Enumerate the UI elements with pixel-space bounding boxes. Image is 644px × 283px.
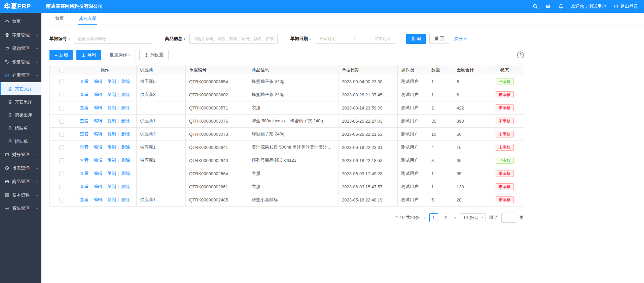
action-view-link[interactable]: 查看	[80, 145, 88, 150]
action-copy-link[interactable]: 复制	[107, 92, 116, 97]
sidebar-item-label: 销售管理	[12, 59, 30, 65]
row-checkbox[interactable]	[59, 93, 64, 97]
action-copy-link[interactable]: 复制	[107, 145, 116, 150]
sidebar-item-basic[interactable]: 基本资料	[0, 188, 41, 202]
cell-qty: 1	[428, 88, 453, 101]
row-checkbox[interactable]	[59, 171, 64, 176]
batch-actions-button[interactable]: 批量操作	[105, 50, 136, 60]
tab-other-inbound[interactable]: 其它入库	[78, 13, 97, 25]
table-row: 查看编辑复制删除供应商3QTRK00000003602蜂蜜柚子茶 240g202…	[50, 88, 524, 101]
row-checkbox[interactable]	[59, 185, 64, 189]
action-view-link[interactable]: 查看	[80, 92, 88, 97]
sidebar-item-sales[interactable]: 销售管理	[0, 55, 41, 69]
action-copy-link[interactable]: 复制	[107, 79, 116, 84]
action-view-link[interactable]: 查看	[80, 158, 88, 163]
export-button[interactable]: 导出	[76, 50, 101, 60]
row-checkbox[interactable]	[59, 198, 64, 202]
reset-button[interactable]: 重 置	[429, 34, 450, 44]
action-delete-link[interactable]: 删除	[121, 145, 130, 150]
date-range-picker[interactable]: 开始时间 ~ 结束时间	[315, 34, 395, 44]
row-checkbox[interactable]	[59, 106, 64, 111]
action-copy-link[interactable]: 复制	[107, 197, 116, 202]
action-view-link[interactable]: 查看	[80, 184, 88, 189]
action-edit-link[interactable]: 编辑	[94, 145, 102, 150]
action-copy-link[interactable]: 复制	[107, 184, 116, 189]
sidebar-item-retail[interactable]: 零售管理	[0, 28, 41, 42]
sidebar-subitem-assemble[interactable]: 组装单	[0, 122, 41, 135]
row-actions-cell: 查看编辑复制删除	[73, 115, 137, 128]
add-button[interactable]: + 新增	[49, 50, 73, 60]
logout-button[interactable]: 退出登录	[613, 3, 638, 9]
sidebar-item-label: 系统管理	[12, 206, 30, 212]
sidebar-item-purchase[interactable]: 采购管理	[0, 42, 41, 55]
row-checkbox[interactable]	[59, 119, 64, 124]
page-button-1[interactable]: 1	[429, 213, 438, 222]
welcome-user-text[interactable]: 欢迎您，测试用户	[571, 3, 606, 9]
action-copy-link[interactable]: 复制	[107, 171, 116, 176]
sidebar-subitem-allocate-out[interactable]: 调拨出库	[0, 108, 41, 122]
action-edit-link[interactable]: 编辑	[94, 105, 102, 110]
action-edit-link[interactable]: 编辑	[94, 197, 102, 202]
sidebar-subitem-other-in[interactable]: 其它入库	[0, 82, 41, 95]
page-size-select[interactable]: 10 条/页	[460, 213, 486, 222]
sidebar-subitem-other-out[interactable]: 其它出库	[0, 95, 41, 108]
action-edit-link[interactable]: 编辑	[94, 171, 102, 176]
action-delete-link[interactable]: 删除	[121, 105, 130, 110]
row-checkbox-cell	[50, 115, 73, 128]
action-edit-link[interactable]: 编辑	[94, 79, 102, 84]
retail-icon	[5, 33, 9, 37]
page-button-2[interactable]: 2	[441, 213, 450, 222]
action-delete-link[interactable]: 删除	[121, 131, 130, 136]
action-edit-link[interactable]: 编辑	[94, 92, 102, 97]
action-edit-link[interactable]: 编辑	[94, 118, 102, 123]
action-view-link[interactable]: 查看	[80, 131, 88, 136]
action-delete-link[interactable]: 删除	[121, 184, 130, 189]
column-settings-button[interactable]: 列设置	[139, 50, 169, 60]
prev-page-button[interactable]: ‹	[423, 215, 426, 220]
cell-info: 衣服	[248, 101, 338, 115]
jump-page-input[interactable]	[501, 213, 516, 223]
action-copy-link[interactable]: 复制	[107, 105, 116, 110]
action-copy-link[interactable]: 复制	[107, 131, 116, 136]
search-icon[interactable]	[533, 4, 538, 9]
expand-filters-link[interactable]: 展开	[454, 36, 466, 42]
action-edit-link[interactable]: 编辑	[94, 158, 102, 163]
sidebar-item-goods[interactable]: 商品管理	[0, 175, 41, 188]
next-page-button[interactable]: ›	[454, 215, 457, 220]
row-checkbox[interactable]	[59, 132, 64, 137]
row-checkbox[interactable]	[59, 158, 64, 163]
action-view-link[interactable]: 查看	[80, 171, 88, 176]
action-copy-link[interactable]: 复制	[107, 118, 116, 123]
search-button[interactable]: 查 询	[406, 34, 426, 44]
sidebar-subitem-disassemble[interactable]: 拆卸单	[0, 135, 41, 148]
row-checkbox[interactable]	[59, 80, 64, 84]
action-copy-link[interactable]: 复制	[107, 158, 116, 163]
action-view-link[interactable]: 查看	[80, 79, 88, 84]
action-view-link[interactable]: 查看	[80, 105, 88, 110]
row-checkbox[interactable]	[59, 145, 64, 150]
action-view-link[interactable]: 查看	[80, 118, 88, 123]
action-delete-link[interactable]: 删除	[121, 118, 130, 123]
sidebar-item-system[interactable]: 系统管理	[0, 202, 41, 215]
tab-home[interactable]: 首页	[54, 13, 65, 25]
select-all-checkbox[interactable]	[59, 68, 64, 72]
action-delete-link[interactable]: 删除	[121, 92, 130, 97]
help-icon[interactable]: ?	[517, 52, 524, 58]
action-view-link[interactable]: 查看	[80, 197, 88, 202]
bill-no-input[interactable]	[74, 34, 152, 44]
goods-info-input[interactable]	[189, 34, 278, 44]
sidebar-item-finance[interactable]: 财务管理	[0, 148, 41, 161]
account-set-icon[interactable]	[545, 4, 551, 9]
action-edit-link[interactable]: 编辑	[94, 184, 102, 189]
sidebar-item-warehouse[interactable]: 仓库管理	[0, 69, 41, 82]
status-badge: 未审核	[496, 196, 514, 203]
column-header: 金额合计	[453, 65, 485, 75]
action-delete-link[interactable]: 删除	[121, 158, 130, 163]
sidebar-item-report[interactable]: 报表查询	[0, 161, 41, 175]
sidebar-item-home[interactable]: 首页	[0, 15, 41, 28]
action-delete-link[interactable]: 删除	[121, 197, 130, 202]
notification-bell-icon[interactable]	[558, 4, 564, 9]
action-edit-link[interactable]: 编辑	[94, 131, 102, 136]
action-delete-link[interactable]: 删除	[121, 171, 130, 176]
action-delete-link[interactable]: 删除	[121, 79, 130, 84]
